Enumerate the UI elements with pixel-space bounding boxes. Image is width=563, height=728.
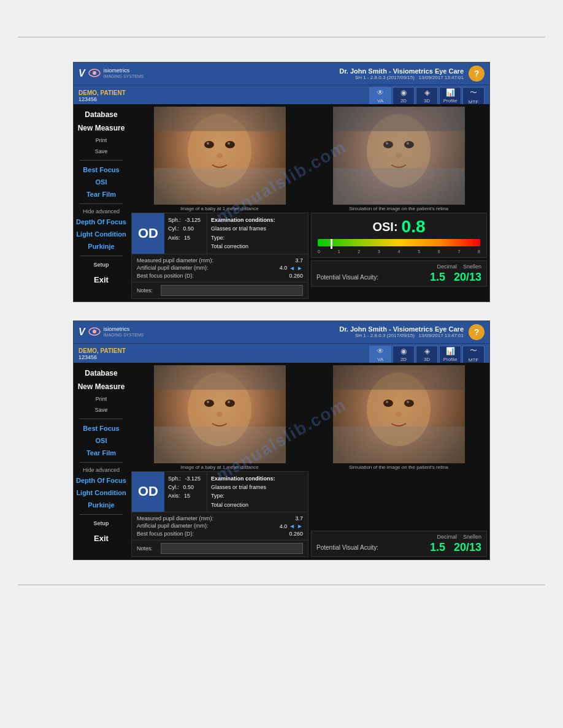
sidebar-database[interactable]: Database (74, 109, 129, 120)
va-decimal: 1.5 (430, 271, 445, 284)
prescription-values: Sph.: -3.125 Cyl.: 0.50 Axis: (164, 213, 207, 254)
exam-type1-2: Glasses or trial frames (211, 483, 304, 491)
tab-profile[interactable]: 📊 Profile (439, 87, 461, 104)
sidebar-depth-of-focus-2[interactable]: Depth Of Focus (74, 476, 129, 485)
sidebar-tear-film-2[interactable]: Tear Film (74, 448, 129, 458)
2d-label-2: 2D (400, 357, 407, 362)
sidebar-divider-2c (80, 514, 123, 515)
va-row-2: Potential Visual Acuity: 1.5 20/13 (316, 541, 481, 554)
logo-text: isiometrics IMAGING SYSTEMS (104, 68, 144, 79)
baby-face-right-2 (333, 365, 465, 463)
version-text-2: SH 1 - 2.8.0.3 (2017/09/15) 13/09/2017 1… (148, 333, 464, 338)
page-wrapper: V isiometrics IMAGING SYSTEMS Dr. John S… (0, 0, 563, 597)
sidebar-exit[interactable]: Exit (74, 274, 129, 286)
exam-title: Examination conditions: (211, 216, 304, 224)
notes-label: Notes: (137, 287, 158, 294)
patient-name-2: DEMO, PATIENT (79, 347, 126, 354)
eye-image-left (154, 107, 286, 205)
tab-3d-2[interactable]: ◈ 3D (416, 346, 438, 363)
mtf-icon-2: 〜 (470, 346, 477, 356)
svg-point-7 (216, 153, 223, 158)
sidebar-depth-of-focus[interactable]: Depth Of Focus (74, 217, 129, 227)
hide-advanced-btn[interactable]: Hide advanced (83, 208, 120, 214)
sidebar-purkinje-2[interactable]: Purkinje (74, 500, 129, 510)
2d-icon: ◉ (400, 88, 407, 97)
3d-icon-2: ◈ (424, 347, 430, 355)
best-focus-row-2: Best focus position (D): 0.260 (137, 530, 303, 537)
sidebar-save-2[interactable]: Save (74, 406, 129, 414)
va-panel-1: Decimal Snellen Potential Visual Acuity:… (311, 260, 487, 287)
decimal-col-header: Decimal (437, 264, 457, 270)
pupil-increase-btn[interactable]: ► (297, 265, 303, 271)
logo-text-2: isiometrics IMAGING SYSTEMS (104, 327, 144, 338)
sidebar-best-focus[interactable]: Best Focus (74, 165, 129, 175)
sidebar-best-focus-2[interactable]: Best Focus (74, 423, 129, 433)
3d-label-2: 3D (424, 357, 430, 362)
baby-face-left-2 (154, 365, 286, 463)
va-label: VA (377, 98, 383, 104)
va-values-2: 1.5 20/13 (430, 541, 481, 554)
sidebar-light-condition-2[interactable]: Light Condition (74, 488, 129, 498)
sidebar-save[interactable]: Save (74, 147, 129, 156)
help-button-2[interactable]: ? (469, 324, 484, 340)
sidebar-2: Database New Measure Print Save Best Foc… (74, 363, 129, 560)
svg-point-5 (207, 142, 209, 145)
sidebar-light-condition[interactable]: Light Condition (74, 229, 129, 239)
logo-circle (88, 66, 101, 81)
exam-type-value-2: Total correction (211, 501, 304, 509)
header-center-2: Dr. John Smith - Visiometrics Eye Care S… (144, 325, 469, 338)
panel-2: V isiometrics IMAGING SYSTEMS Dr. John S… (73, 320, 490, 561)
right-data-2: Decimal Snellen Potential Visual Acuity:… (311, 471, 487, 558)
main-content-1: Image of a baby at 1 meter distance (129, 104, 489, 301)
tab-3d[interactable]: ◈ 3D (416, 87, 438, 104)
exam-type-label: Type: (211, 233, 304, 242)
measurements-1: Measured pupil diameter (mm): 3.7 Artifi… (132, 254, 308, 282)
sidebar-purkinje[interactable]: Purkinje (74, 241, 129, 251)
sidebar-print[interactable]: Print (74, 136, 129, 145)
tab-profile-2[interactable]: 📊 Profile (439, 346, 461, 363)
image-left-caption-2: Image of a baby at 1 meter distance (180, 464, 259, 470)
sidebar-exit-2[interactable]: Exit (74, 533, 129, 544)
svg-rect-35 (333, 427, 465, 463)
tab-mtf[interactable]: 〜 MTF (462, 87, 484, 104)
left-data-2: OD Sph.: -3.125 Cyl.: 0.50 (131, 471, 308, 558)
notes-input[interactable] (161, 285, 303, 296)
tab-va-2[interactable]: 👁 VA (369, 346, 391, 363)
help-button[interactable]: ? (469, 66, 484, 82)
exam-type-value: Total correction (211, 242, 304, 251)
sidebar-setup[interactable]: Setup (74, 260, 129, 269)
pupil-measured-row-2: Measured pupil diameter (mm): 3.7 (137, 515, 303, 522)
pupil-decrease-btn-2[interactable]: ◄ (289, 523, 295, 529)
tab-2d-2[interactable]: ◉ 2D (393, 346, 415, 363)
tab-2d[interactable]: ◉ 2D (393, 87, 415, 104)
svg-point-33 (407, 401, 409, 403)
profile-label: Profile (443, 98, 458, 104)
svg-point-31 (404, 400, 414, 407)
notes-input-2[interactable] (161, 543, 303, 554)
pupil-artificial-row-2: Artificial pupil diameter (mm): 4.0 ◄ ► (137, 522, 303, 530)
header-center: Dr. John Smith - Visiometrics Eye Care S… (144, 67, 469, 80)
sidebar-database-2[interactable]: Database (74, 368, 129, 379)
osi-value: 0.8 (402, 217, 426, 237)
patient-id: 123456 (79, 96, 126, 102)
cyl-row-2: Cyl.: 0.50 (168, 483, 203, 491)
tab-group-2: 👁 VA ◉ 2D ◈ 3D 📊 Profile (369, 346, 484, 363)
pupil-artificial-value: 4.0 ◄ ► (280, 265, 303, 271)
sidebar-new-measure-2[interactable]: New Measure (74, 381, 129, 392)
hide-advanced-btn-2[interactable]: Hide advanced (83, 467, 120, 473)
tab-mtf-2[interactable]: 〜 MTF (462, 346, 484, 363)
sidebar-osi-2[interactable]: OSI (74, 436, 129, 446)
pupil-decrease-btn[interactable]: ◄ (289, 265, 295, 271)
exam-conditions-2: Examination conditions: Glasses or trial… (207, 472, 308, 512)
image-right-block: Simulation of the image on the patient's… (310, 107, 487, 211)
pupil-increase-btn-2[interactable]: ► (297, 523, 303, 529)
sidebar-tear-film[interactable]: Tear Film (74, 189, 129, 199)
sidebar-osi[interactable]: OSI (74, 177, 129, 187)
od-row: OD Sph.: -3.125 Cyl.: 0.50 (132, 213, 308, 254)
sidebar-new-measure[interactable]: New Measure (74, 123, 129, 134)
tab-va[interactable]: 👁 VA (369, 87, 391, 104)
svg-point-32 (386, 401, 388, 403)
va-values: 1.5 20/13 (430, 271, 481, 284)
sidebar-print-2[interactable]: Print (74, 395, 129, 403)
sidebar-setup-2[interactable]: Setup (74, 519, 129, 528)
